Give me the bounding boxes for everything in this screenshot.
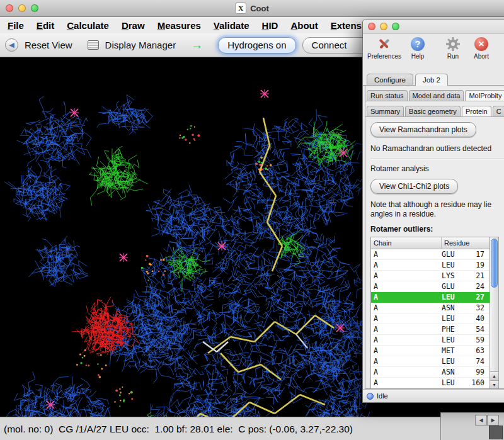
cell-chain: A <box>371 324 442 334</box>
rotamer-note-line2: angles in a residue. <box>370 210 504 219</box>
cell-residue-number: 59 <box>466 335 484 345</box>
menu-item[interactable]: About <box>290 20 318 31</box>
table-row[interactable]: A LEU 160 <box>371 378 490 388</box>
molprobity-dialog: Preferences ? Help <box>362 19 504 403</box>
category-tab[interactable]: Summary <box>367 106 404 116</box>
table-row[interactable]: A GLU 17 <box>371 249 490 260</box>
menu-item[interactable]: Edit <box>37 20 54 31</box>
menu-item[interactable]: Measures <box>158 20 201 31</box>
tab-job-2[interactable]: Job 2 <box>415 74 448 86</box>
hydrogens-toggle-button[interactable]: Hydrogens on <box>218 37 295 54</box>
table-row[interactable]: A LEU 40 <box>371 313 490 324</box>
cell-chain: A <box>371 271 442 281</box>
display-manager-icon <box>88 40 99 50</box>
cell-residue-name: LYS <box>442 271 466 281</box>
column-header-chain[interactable]: Chain <box>371 237 442 249</box>
cell-residue-number: 54 <box>466 324 484 334</box>
scrollbar-thumb[interactable] <box>491 239 498 288</box>
dialog-close-button[interactable] <box>368 23 375 30</box>
cell-residue-number: 32 <box>466 303 484 313</box>
table-row[interactable]: A ASN 99 <box>371 367 490 378</box>
result-tab[interactable]: Model and data <box>409 90 464 101</box>
table-row[interactable]: A LEU 59 <box>371 335 490 346</box>
resize-grip[interactable] <box>489 426 503 439</box>
cell-chain: A <box>371 249 442 259</box>
rotamer-analysis-title: Rotamer analysis <box>370 164 504 173</box>
table-row[interactable]: A LYS 21 <box>371 271 490 281</box>
result-tab[interactable]: Run status <box>367 90 408 101</box>
category-tab[interactable]: C <box>493 106 504 116</box>
cell-residue-number: 27 <box>466 292 484 302</box>
rotamer-outliers-label: Rotamer outliers: <box>370 225 504 234</box>
view-chi1-chi2-plots-button[interactable]: View Chi1-Chi2 plots <box>370 179 458 194</box>
scroll-up-button[interactable]: ▲ <box>490 371 498 380</box>
dialog-zoom-button[interactable] <box>392 23 399 30</box>
cell-residue-number: 63 <box>466 346 484 356</box>
cell-chain: A <box>371 356 442 366</box>
table-row[interactable]: A ASN 32 <box>371 303 490 313</box>
table-header: Chain Residue <box>371 237 490 249</box>
job-notebook: Run statusModel and dataMolProbity Summa… <box>365 86 504 389</box>
scroll-left-button[interactable]: ◀ <box>475 415 487 426</box>
column-header-residue[interactable]: Residue <box>442 237 490 249</box>
corner-panel: ◀ ▶ <box>440 412 504 440</box>
table-row[interactable]: A MET 63 <box>371 346 490 356</box>
cell-residue-number: 160 <box>466 378 484 388</box>
table-body: A GLU 17 A LEU 19 A LYS 21 <box>371 249 490 388</box>
category-tab[interactable]: Basic geometry <box>405 106 461 116</box>
cell-residue-number: 99 <box>466 367 484 377</box>
table-row[interactable]: A LEU 74 <box>371 356 490 367</box>
scroll-right-button[interactable]: ▶ <box>487 415 499 426</box>
table-scrollbar[interactable]: ▲ ▼ <box>490 237 499 388</box>
window-title-area: X Coot <box>0 0 504 16</box>
protein-validation-content: View Ramachandran plots No Ramachandran … <box>365 117 504 388</box>
table-row[interactable]: A GLU 24 <box>371 281 490 292</box>
table-row[interactable]: A LEU 19 <box>371 260 490 271</box>
rotamer-note-line1: Note that although a residue may lie <box>370 200 504 210</box>
result-tab[interactable]: MolProbity <box>465 90 504 101</box>
category-tab[interactable]: Protein <box>462 106 491 116</box>
cell-residue-number: 74 <box>466 356 484 366</box>
section-separator <box>370 159 504 160</box>
help-button[interactable]: ? Help <box>407 36 428 60</box>
cell-residue-name: MET <box>442 346 466 356</box>
dialog-status-text: Idle <box>377 392 388 400</box>
cell-residue-name: GLU <box>442 281 466 291</box>
cell-residue-name: ASN <box>442 303 466 313</box>
menu-item[interactable]: HID <box>262 20 278 31</box>
cell-residue-number: 21 <box>466 271 484 281</box>
cell-chain: A <box>371 260 442 270</box>
coordinates-statusbar: (mol. no: 0) CG /1/A/27 LEU occ: 1.00 bf… <box>0 417 504 440</box>
cell-residue-name: LEU <box>442 356 466 366</box>
help-label: Help <box>411 53 425 60</box>
horizontal-scroll-arrows: ◀ ▶ <box>475 415 499 426</box>
job-tabs: Configure Job 2 <box>363 69 504 86</box>
table-row[interactable]: A LEU 27 <box>371 292 490 303</box>
run-button[interactable]: Run <box>442 36 464 60</box>
preferences-button[interactable]: Preferences <box>367 36 402 60</box>
cell-residue-number: 40 <box>466 313 484 324</box>
abort-button[interactable]: ✕ Abort <box>469 36 494 60</box>
reset-view-button[interactable]: Reset View <box>25 40 72 50</box>
x11-app-icon: X <box>235 3 246 14</box>
tab-configure[interactable]: Configure <box>367 74 413 85</box>
dialog-minimize-button[interactable] <box>380 23 387 30</box>
dialog-titlebar[interactable] <box>363 20 504 34</box>
abort-label: Abort <box>474 53 489 60</box>
main-titlebar: X Coot <box>0 0 504 17</box>
dialog-toolbar: Preferences ? Help <box>363 34 504 69</box>
cell-residue-name: LEU <box>442 378 466 388</box>
back-view-button[interactable]: ◀ <box>5 38 18 52</box>
result-tabs: Run statusModel and dataMolProbity <box>365 86 504 101</box>
help-icon: ? <box>410 36 426 52</box>
display-manager-button[interactable]: Display Manager <box>105 40 176 50</box>
view-ramachandran-plots-button[interactable]: View Ramachandran plots <box>370 122 476 137</box>
menu-item[interactable]: Calculate <box>67 20 109 31</box>
status-dot-icon <box>367 393 374 400</box>
scroll-down-button[interactable]: ▼ <box>490 380 498 388</box>
table-row[interactable]: A PHE 54 <box>371 324 490 335</box>
cell-residue-name: GLU <box>442 249 466 259</box>
menu-item[interactable]: Draw <box>122 20 145 31</box>
menu-item[interactable]: Validate <box>214 20 249 31</box>
menu-item[interactable]: File <box>8 20 24 31</box>
